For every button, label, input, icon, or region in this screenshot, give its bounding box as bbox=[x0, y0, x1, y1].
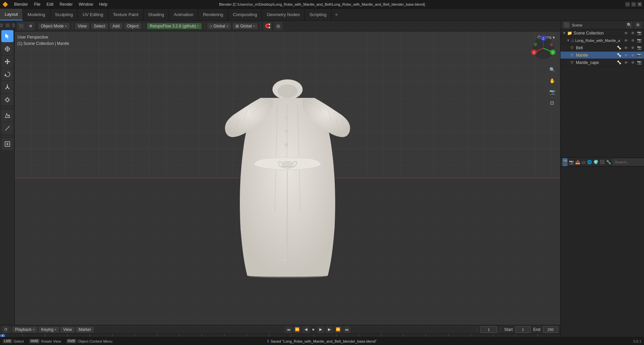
tab-texture-paint[interactable]: Texture Paint bbox=[108, 9, 144, 20]
play-btn[interactable]: ▶ bbox=[317, 326, 324, 333]
tool-select[interactable] bbox=[1, 30, 13, 42]
menu-window[interactable]: Window bbox=[76, 1, 96, 7]
last-frame-btn[interactable]: ⏭ bbox=[343, 326, 351, 333]
camera-icon[interactable]: 📷 bbox=[547, 87, 557, 96]
tab-modeling[interactable]: Modeling bbox=[23, 9, 50, 20]
editor-type-icon[interactable]: ⬛ bbox=[17, 22, 25, 30]
add-workspace-button[interactable]: + bbox=[331, 9, 341, 20]
tab-layout[interactable]: Layout bbox=[0, 9, 23, 20]
tab-geometry-nodes[interactable]: Geometry Nodes bbox=[262, 9, 305, 20]
outliner-long-robe-row[interactable]: ▼ △ Long_Robe_with_Mantle_a 👁 ⊕ 📷 bbox=[560, 37, 644, 44]
mantle-cape-vp-icon[interactable]: ⊕ bbox=[630, 60, 635, 65]
tab-rendering[interactable]: Rendering bbox=[198, 9, 228, 20]
playback-menu[interactable]: Playback ▾ bbox=[12, 327, 37, 333]
object-mode-dropdown[interactable]: Object Mode ▾ bbox=[38, 23, 69, 29]
tool-move[interactable] bbox=[1, 56, 13, 68]
proportional-edit-toggle[interactable]: ◎ bbox=[274, 22, 283, 30]
props-object-icon[interactable]: ⬛ bbox=[600, 158, 605, 166]
next-frame-btn[interactable]: ▶ bbox=[326, 326, 333, 333]
outliner-mantle-row[interactable]: ▽ Mantle 🦴 👁 ⊕ 📷 bbox=[560, 52, 644, 59]
first-frame-btn[interactable]: ⏮ bbox=[285, 326, 292, 333]
tab-shading[interactable]: Shading bbox=[144, 9, 169, 20]
props-modifier-icon[interactable]: 🔧 bbox=[606, 158, 611, 166]
menu-file[interactable]: File bbox=[31, 1, 43, 7]
zoom-to-selected-icon[interactable]: 🔍 bbox=[547, 65, 557, 74]
marker-menu[interactable]: Marker bbox=[76, 327, 94, 333]
prev-keyframe-btn[interactable]: ⏪ bbox=[293, 326, 301, 333]
maximize-button[interactable]: □ bbox=[631, 2, 636, 7]
props-scene-settings-icon[interactable]: 🌐 bbox=[587, 158, 592, 166]
tab-scripting[interactable]: Scripting bbox=[305, 9, 332, 20]
mantle-cape-armature-icon[interactable]: 🦴 bbox=[616, 60, 622, 65]
props-scene-icon[interactable]: 🎬 bbox=[562, 158, 568, 166]
viewport-3d[interactable]: User Perspective (1) Scene Collection | … bbox=[15, 31, 560, 325]
render-icon[interactable]: 📷 bbox=[637, 30, 642, 36]
viewport-icon[interactable]: ⊕ bbox=[630, 30, 635, 36]
toolbar-icon3[interactable]: ⬛ bbox=[4, 22, 10, 28]
timeline-editor-type-icon[interactable]: ⏱ bbox=[2, 326, 9, 333]
mantle-armature-icon[interactable]: 🦴 bbox=[616, 53, 622, 58]
menu-edit[interactable]: Edit bbox=[44, 1, 56, 7]
viewport-view-menu[interactable]: View bbox=[75, 23, 89, 29]
belt-vis-icon[interactable]: 👁 bbox=[623, 45, 629, 51]
props-output-icon[interactable]: 📤 bbox=[575, 158, 580, 166]
viewport-object-menu[interactable]: Object bbox=[124, 23, 142, 29]
close-button[interactable]: ✕ bbox=[637, 2, 642, 7]
properties-search-input[interactable] bbox=[612, 159, 644, 165]
transform-pivot-dropdown[interactable]: ↕ Global ▾ bbox=[207, 23, 231, 29]
long-robe-render-icon[interactable]: 📷 bbox=[637, 38, 642, 43]
mantle-render-icon[interactable]: 📷 bbox=[637, 53, 642, 58]
outliner-search-icon[interactable]: 🔍 bbox=[626, 22, 633, 28]
mantle-cape-vis-icon[interactable]: 👁 bbox=[623, 60, 629, 65]
tool-cursor[interactable] bbox=[1, 43, 13, 55]
tool-rotate[interactable] bbox=[1, 68, 13, 80]
viewport-add-menu[interactable]: Add bbox=[110, 23, 122, 29]
menu-help[interactable]: Help bbox=[96, 1, 110, 7]
viewport-select-menu[interactable]: Select bbox=[91, 23, 108, 29]
outliner-belt-row[interactable]: ▽ Belt 🦴 👁 ⊕ 📷 bbox=[560, 44, 644, 52]
long-robe-vis-icon[interactable]: 👁 bbox=[623, 38, 629, 43]
tool-annotate[interactable] bbox=[1, 110, 13, 122]
timeline-view-menu[interactable]: View bbox=[60, 327, 74, 333]
props-view-layer-icon[interactable]: 🗂 bbox=[582, 158, 586, 166]
tool-scale[interactable] bbox=[1, 81, 13, 93]
start-frame-input[interactable] bbox=[516, 326, 531, 333]
mantle-vis-icon[interactable]: 👁 bbox=[623, 53, 629, 58]
minimize-button[interactable]: ─ bbox=[625, 2, 630, 7]
next-keyframe-btn[interactable]: ⏩ bbox=[334, 326, 342, 333]
local-view-icon[interactable]: ⊕ bbox=[26, 22, 35, 30]
belt-armature-icon[interactable]: 🦴 bbox=[616, 45, 622, 51]
belt-vp-icon[interactable]: ⊕ bbox=[630, 45, 635, 51]
visibility-icon[interactable]: 👁 bbox=[623, 30, 629, 36]
snapping-toggle[interactable]: 🧲 bbox=[263, 22, 272, 30]
tool-transform[interactable] bbox=[1, 94, 13, 106]
outliner-mode-icon[interactable]: ⬛ bbox=[563, 22, 570, 28]
belt-render-icon[interactable]: 📷 bbox=[637, 45, 642, 51]
move-viewport-icon[interactable]: ✋ bbox=[547, 76, 557, 85]
keying-menu[interactable]: Keying ▾ bbox=[39, 327, 59, 333]
long-robe-vp-icon[interactable]: ⊕ bbox=[630, 38, 635, 43]
menu-render[interactable]: Render bbox=[57, 1, 75, 7]
addon-menu[interactable]: RetopoFlow 3.2.6 (github) ▾ bbox=[147, 23, 202, 29]
outliner-mantle-cape-row[interactable]: ▽ Mantle_cape 🦴 👁 ⊕ 📷 bbox=[560, 59, 644, 66]
end-frame-input[interactable] bbox=[543, 326, 558, 333]
tab-animation[interactable]: Animation bbox=[169, 9, 198, 20]
props-world-icon[interactable]: 🌍 bbox=[593, 158, 598, 166]
viewport-navigation-gizmo[interactable]: Z X Y -X -Y bbox=[530, 35, 557, 62]
mantle-cape-render-icon[interactable]: 📷 bbox=[637, 60, 642, 65]
mantle-vp-icon[interactable]: ⊕ bbox=[630, 53, 635, 58]
tool-measure[interactable] bbox=[1, 122, 13, 134]
menu-blender[interactable]: Blender bbox=[11, 1, 31, 7]
current-frame-input[interactable] bbox=[480, 326, 497, 333]
outliner-filter-icon[interactable]: ⚙ bbox=[635, 22, 641, 28]
props-render-icon[interactable]: 📷 bbox=[569, 158, 574, 166]
tool-add-object[interactable] bbox=[1, 138, 13, 150]
scene-collection-row[interactable]: ▼ 📁 Scene Collection 👁 ⊕ 📷 bbox=[560, 29, 644, 37]
orthographic-icon[interactable]: ⊡ bbox=[547, 98, 557, 108]
tab-uv-editing[interactable]: UV Editing bbox=[78, 9, 108, 20]
prev-frame-btn[interactable]: ◀ bbox=[302, 326, 310, 333]
transform-orientations-dropdown[interactable]: ⊞ Global ▾ bbox=[233, 23, 258, 29]
toolbar-icon2[interactable]: ⬛ bbox=[0, 22, 4, 28]
tab-compositing[interactable]: Compositing bbox=[228, 9, 262, 20]
tab-sculpting[interactable]: Sculpting bbox=[50, 9, 78, 20]
